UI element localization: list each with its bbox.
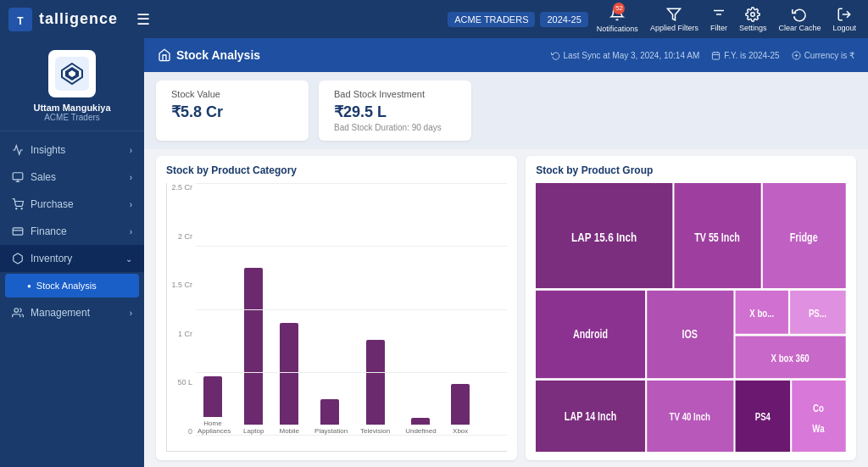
sidebar-item-management[interactable]: Management ›: [0, 299, 144, 326]
top-nav-right: ACME TRADERS 2024-25 52 Notifications Ap…: [448, 6, 860, 33]
grid-line: [196, 183, 507, 184]
bar-group: HomeAppliances: [198, 376, 228, 436]
app-logo: T talligence: [8, 8, 118, 31]
page-title: Stock Analysis: [176, 48, 260, 62]
tm-fridge-label: Fridge: [790, 231, 818, 245]
bar-group: Playstation: [314, 399, 345, 436]
sidebar-nav: Insights › Sales › Purchase ›: [0, 131, 144, 467]
stats-row: Stock Value ₹5.8 Cr Bad Stock Investment…: [144, 72, 868, 149]
y-label: 50 L: [177, 378, 192, 386]
logout-icon: [837, 7, 852, 22]
svg-rect-9: [13, 173, 23, 180]
sidebar: Uttam Mangukiya ACME Traders Insights › …: [0, 38, 144, 467]
clear-cache-label: Clear Cache: [778, 24, 821, 32]
notifications-button[interactable]: 52 Notifications: [593, 6, 642, 33]
settings-icon: [745, 7, 760, 22]
sidebar-label-sales: Sales: [31, 171, 56, 183]
fy-label: F.Y. is 2024-25: [724, 51, 779, 60]
bar-mobile: [280, 323, 298, 425]
sub-header: Stock Analysis Last Sync at May 3, 2024,…: [144, 38, 868, 72]
main-layout: Uttam Mangukiya ACME Traders Insights › …: [0, 38, 868, 467]
sidebar-item-finance[interactable]: Finance ›: [0, 218, 144, 245]
calendar-icon: [711, 51, 721, 60]
settings-label: Settings: [739, 24, 767, 32]
bar-label-television: Television: [360, 427, 390, 436]
sidebar-item-insights[interactable]: Insights ›: [0, 136, 144, 164]
tm-ps-label: PS...: [809, 308, 826, 319]
svg-rect-14: [13, 228, 23, 235]
logout-button[interactable]: Logout: [829, 7, 860, 32]
insights-chevron: ›: [130, 146, 132, 155]
sidebar-item-inventory[interactable]: Inventory ⌄: [0, 245, 144, 272]
settings-button[interactable]: Settings: [736, 7, 771, 32]
home-icon: [158, 48, 171, 62]
sidebar-label-management: Management: [31, 307, 90, 319]
clear-cache-button[interactable]: Clear Cache: [775, 7, 824, 32]
inventory-chevron: ⌄: [125, 254, 132, 264]
stat-sub-1: Bad Stock Duration: 90 days: [334, 123, 456, 132]
tm-android-label: Android: [573, 328, 608, 342]
finance-icon: [12, 225, 24, 237]
y-label: 2.5 Cr: [171, 183, 192, 192]
y-label: 2 Cr: [178, 232, 192, 241]
sidebar-username: Uttam Mangukiya: [33, 103, 110, 113]
hamburger-menu[interactable]: ☰: [136, 10, 150, 29]
grid-line: [196, 246, 507, 247]
stat-label-1: Bad Stock Investment: [334, 89, 456, 99]
notifications-label: Notifications: [597, 25, 638, 33]
avatar-icon: [55, 57, 89, 91]
bar-label-mobile: Mobile: [279, 427, 299, 436]
tm-tv55-label: TV 55 Inch: [694, 231, 740, 245]
charts-row: Stock by Product Category 2.5 Cr 2 Cr: [144, 149, 868, 467]
tm-ios-label: IOS: [682, 328, 698, 342]
bar-xbox: [451, 384, 470, 425]
sidebar-user: Uttam Mangukiya ACME Traders: [0, 38, 144, 131]
bar-chart-container: 2.5 Cr 2 Cr 1.5 Cr 1 Cr 50 L 0 HomeAppli…: [166, 183, 507, 452]
tm-cow: [793, 381, 846, 452]
sidebar-label-insights: Insights: [31, 144, 65, 156]
currency-label: Currency is ₹: [804, 51, 854, 60]
tm-cow-label: Co: [813, 403, 824, 414]
insights-icon: [12, 144, 24, 156]
sub-header-meta: Last Sync at May 3, 2024, 10:14 AM F.Y. …: [551, 51, 854, 60]
sidebar-sub-stock-analysis[interactable]: Stock Analysis: [5, 274, 139, 297]
company-badge: ACME TRADERS: [448, 12, 535, 27]
currency-icon: [792, 51, 801, 60]
applied-filters-button[interactable]: Applied Filters: [647, 7, 702, 32]
sidebar-label-purchase: Purchase: [31, 198, 74, 210]
bar-playstation: [320, 399, 339, 425]
bar-undefined: [411, 418, 430, 425]
fy-info: F.Y. is 2024-25: [711, 51, 779, 60]
bar-chart-card: Stock by Product Category 2.5 Cr 2 Cr: [156, 156, 517, 460]
bar-chart-area: 2.5 Cr 2 Cr 1.5 Cr 1 Cr 50 L 0 HomeAppli…: [166, 183, 507, 452]
bar-laptop: [244, 268, 263, 425]
bar-group: Television: [360, 340, 390, 436]
y-label: 0: [188, 427, 192, 436]
bar-group: Xbox: [451, 384, 470, 436]
top-nav: T talligence ☰ ACME TRADERS 2024-25 52 N…: [0, 0, 868, 38]
svg-point-16: [14, 309, 19, 313]
filter-button[interactable]: Filter: [707, 7, 731, 32]
bar-group: Laptop: [243, 268, 264, 436]
fy-badge: 2024-25: [540, 12, 587, 27]
tm-lap156-label: LAP 15.6 Inch: [571, 231, 637, 245]
bar-label-undefined: Undefined: [405, 427, 436, 436]
logout-label: Logout: [832, 24, 856, 32]
applied-filters-label: Applied Filters: [650, 24, 698, 32]
filter-icon: [711, 7, 726, 22]
y-label: 1.5 Cr: [171, 281, 192, 289]
company-name: ACME TRADERS: [454, 14, 528, 25]
sidebar-item-sales[interactable]: Sales ›: [0, 164, 144, 191]
inventory-icon: [12, 253, 24, 264]
treemap-title: Stock by Product Group: [536, 164, 846, 176]
sidebar-item-purchase[interactable]: Purchase ›: [0, 191, 144, 218]
stat-label-0: Stock Value: [171, 89, 293, 99]
main-content: Stock Analysis Last Sync at May 3, 2024,…: [144, 38, 868, 467]
purchase-chevron: ›: [130, 200, 132, 209]
bar-label-laptop: Laptop: [243, 427, 264, 436]
filter-label: Filter: [710, 24, 727, 32]
y-axis-labels: 2.5 Cr 2 Cr 1.5 Cr 1 Cr 50 L 0: [167, 183, 196, 436]
bar-chart-title: Stock by Product Category: [166, 164, 507, 176]
stat-card-bad-stock: Bad Stock Investment ₹29.5 L Bad Stock D…: [319, 81, 471, 141]
finance-chevron: ›: [130, 227, 132, 236]
